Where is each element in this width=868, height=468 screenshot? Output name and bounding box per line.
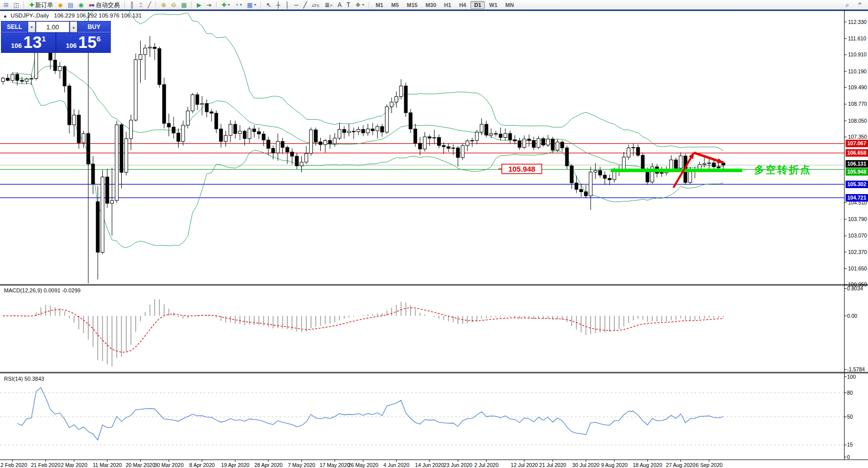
- timeframe-h4[interactable]: H4: [455, 1, 469, 9]
- volume-input[interactable]: 1.00: [36, 21, 69, 32]
- autotrading-button[interactable]: ●●自动交易: [87, 0, 122, 9]
- auto-scroll-icon[interactable]: ▶: [195, 0, 203, 9]
- bar-chart-icon[interactable]: ║: [128, 0, 136, 9]
- volume-increase-button[interactable]: ▲: [70, 21, 77, 32]
- buy-button[interactable]: BUY: [78, 21, 110, 32]
- candle: [712, 163, 715, 167]
- text-icon[interactable]: A: [336, 0, 344, 9]
- candle: [30, 78, 33, 79]
- chat-icon[interactable]: ❝: [856, 0, 864, 9]
- candle: [229, 124, 232, 135]
- date-label: 30 Mar 2020: [152, 462, 187, 468]
- sell-button[interactable]: SELL: [1, 21, 27, 32]
- chart-canvas[interactable]: 105.948多空转折点: [0, 0, 868, 468]
- candle: [106, 177, 109, 204]
- candle: [632, 147, 635, 148]
- timeframe-w1[interactable]: W1: [486, 1, 501, 9]
- candle: [281, 141, 284, 147]
- profiles-icon[interactable]: ◫: [11, 0, 21, 9]
- trendline-icon[interactable]: ╱: [301, 0, 309, 9]
- signals-icon[interactable]: ◉: [76, 0, 85, 9]
- toolbar-separator: [369, 1, 370, 8]
- shapes-icon[interactable]: ❖▾: [353, 0, 366, 9]
- timeframe-mn[interactable]: MN: [502, 1, 517, 9]
- zoom-in-icon[interactable]: ⊕: [159, 0, 168, 9]
- candle: [6, 78, 9, 81]
- macd-tick: 0.8034: [847, 285, 863, 291]
- new-chart-icon[interactable]: ⊞: [1, 0, 10, 9]
- templates-icon[interactable]: ▦▾: [245, 0, 258, 9]
- timeframe-m5[interactable]: M5: [388, 1, 402, 9]
- date-label: 6 Sep 2020: [692, 462, 727, 468]
- turning-point-annotation[interactable]: 多空转折点: [754, 164, 812, 175]
- collapse-triangle-icon[interactable]: ▲: [3, 13, 7, 18]
- candle: [419, 143, 422, 149]
- timeframe-d1[interactable]: D1: [470, 1, 484, 9]
- candle: [333, 138, 336, 144]
- metaeditor-icon[interactable]: ◆: [56, 0, 64, 9]
- trend-bar-annotation[interactable]: [611, 169, 742, 172]
- tile-windows-icon[interactable]: ▦: [179, 0, 189, 9]
- candle: [63, 66, 66, 86]
- toolbar-separator: [124, 1, 125, 8]
- timeframe-m1[interactable]: M1: [372, 1, 387, 9]
- vertical-line-icon[interactable]: │: [283, 0, 291, 9]
- rsi-tick: 50: [847, 414, 853, 420]
- timeframe-m15[interactable]: M15: [404, 1, 421, 9]
- candle: [101, 177, 104, 252]
- cursor-icon[interactable]: ↖: [264, 0, 273, 9]
- candle: [276, 141, 279, 153]
- rsi-tick: 0: [847, 454, 850, 460]
- price-tick: 103.790: [848, 216, 868, 222]
- search-icon[interactable]: ⌕: [844, 0, 851, 9]
- volume-decrease-button[interactable]: ▼: [28, 21, 35, 32]
- periods-icon[interactable]: ◔▾: [233, 0, 244, 9]
- price-tick: 103.070: [848, 233, 868, 238]
- price-tick: 110.190: [848, 68, 868, 74]
- line-chart-icon[interactable]: ╱: [146, 0, 153, 9]
- date-label: 12 Feb 2020: [0, 462, 30, 468]
- chart-shift-icon[interactable]: ⇥: [205, 0, 214, 9]
- mt4-window: ⊞◫✚新订单◆▤◉●●自动交易║⌶╱⊕⊖▦▶⇥✚▾◔▾▦▾↖┼│─╱▱E≣FAT…: [0, 0, 868, 468]
- indicators-icon[interactable]: ✚▾: [219, 0, 232, 9]
- candle: [352, 131, 355, 132]
- toolbar: ⊞◫✚新订单◆▤◉●●自动交易║⌶╱⊕⊖▦▶⇥✚▾◔▾▦▾↖┼│─╱▱E≣FAT…: [0, 0, 868, 10]
- trend-arrow[interactable]: [717, 158, 723, 163]
- candle: [674, 160, 677, 168]
- date-label: 26 May 2020: [346, 462, 381, 468]
- sell-price-pip: 1: [42, 34, 46, 43]
- candle: [523, 139, 526, 148]
- zoom-out-icon[interactable]: ⊖: [169, 0, 178, 9]
- timeframe-h1[interactable]: H1: [440, 1, 454, 9]
- candle: [362, 129, 365, 133]
- timeframe-m30[interactable]: M30: [422, 1, 439, 9]
- sell-price-box[interactable]: 106 13 1: [1, 33, 55, 52]
- channel-icon[interactable]: ▱E: [310, 0, 322, 9]
- fibonacci-icon[interactable]: ≣F: [323, 0, 335, 9]
- candle: [707, 163, 710, 163]
- candle: [324, 141, 327, 145]
- symbol-period-label: USDJPY-,Daily: [10, 12, 49, 18]
- candle: [679, 156, 682, 169]
- price-tick: 108.050: [848, 118, 868, 124]
- one-click-trading-panel: SELL ▼ 1.00 ▲ BUY 106 13 1 106 15 6: [1, 21, 111, 53]
- candle: [537, 139, 540, 148]
- candle: [556, 142, 559, 150]
- candle: [461, 146, 464, 158]
- candle: [456, 148, 459, 157]
- candle: [215, 113, 217, 129]
- candle: [480, 124, 483, 132]
- candlestick-icon[interactable]: ⌶: [137, 0, 145, 9]
- toolbar-separator: [216, 1, 217, 8]
- crosshair-icon[interactable]: ┼: [274, 0, 283, 9]
- label-icon[interactable]: T: [345, 0, 352, 9]
- horizontal-line-icon[interactable]: ─: [292, 0, 301, 9]
- candle: [589, 172, 592, 196]
- new-order-button[interactable]: ✚新订单: [27, 0, 55, 9]
- market-watch-icon[interactable]: ▤: [66, 0, 75, 9]
- candle: [319, 142, 322, 145]
- buy-price-box[interactable]: 106 15 6: [56, 33, 110, 52]
- candle: [309, 130, 312, 153]
- rsi-tick: 100: [847, 374, 856, 380]
- candle: [257, 132, 260, 134]
